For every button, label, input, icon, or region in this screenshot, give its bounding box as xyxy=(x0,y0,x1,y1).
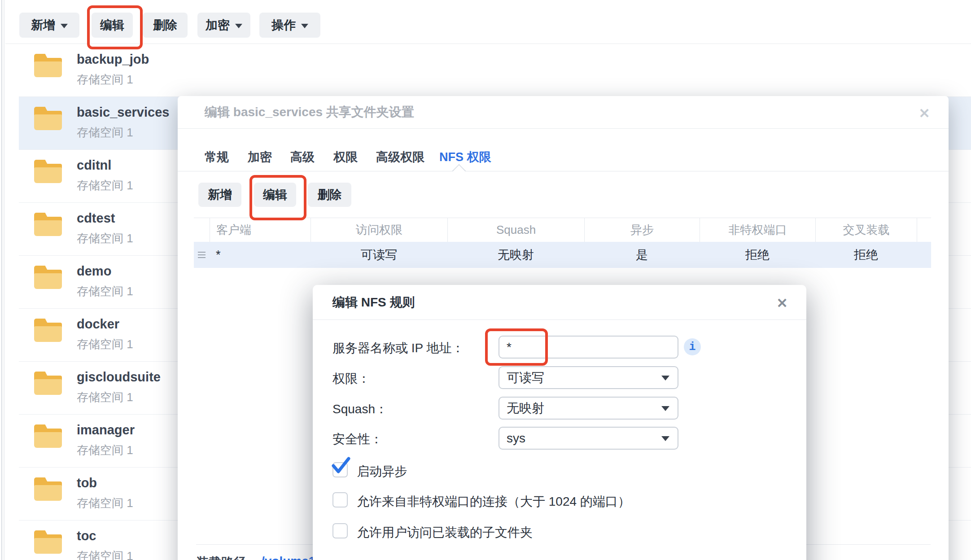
security-select-value: sys xyxy=(507,431,525,446)
folder-name: imanager xyxy=(77,423,135,438)
delete-button-label: 删除 xyxy=(153,17,177,33)
cell-extra xyxy=(917,242,931,268)
subfolder-access-checkbox[interactable] xyxy=(332,523,348,538)
col-client[interactable]: 客户端 xyxy=(210,218,311,242)
nfs-add-label: 新增 xyxy=(208,187,232,203)
col-crossmnt[interactable]: 交叉装载 xyxy=(815,218,917,242)
tab-nfs-permission[interactable]: NFS 权限 xyxy=(439,149,491,165)
drag-handle-icon[interactable] xyxy=(194,242,210,268)
cell-crossmnt: 拒绝 xyxy=(815,242,917,268)
folder-location: 存储空间 1 xyxy=(77,389,133,405)
cell-async: 是 xyxy=(584,242,700,268)
dropdown-caret-icon xyxy=(661,406,669,411)
folder-name: giscloudsuite xyxy=(77,370,161,385)
squash-select-value: 无映射 xyxy=(507,400,544,417)
nfs-add-button[interactable]: 新增 xyxy=(198,183,241,207)
folder-icon xyxy=(34,530,62,554)
security-select[interactable]: sys xyxy=(499,427,678,450)
folder-location: 存储空间 1 xyxy=(77,495,133,511)
nonpriv-port-checkbox[interactable] xyxy=(332,492,348,508)
col-extra xyxy=(917,218,931,242)
folder-name: cditnl xyxy=(77,158,111,173)
folder-name: backup_job xyxy=(77,52,149,67)
col-squash[interactable]: Squash xyxy=(447,218,584,242)
info-icon[interactable]: i xyxy=(684,338,701,355)
permission-label: 权限： xyxy=(332,370,370,387)
tab-permission[interactable]: 权限 xyxy=(333,149,358,165)
mount-path-label: 装载路径： xyxy=(196,554,259,560)
permission-select-value: 可读写 xyxy=(507,369,544,386)
folder-name: docker xyxy=(77,317,119,332)
folder-location: 存储空间 1 xyxy=(77,548,133,560)
nonpriv-port-checkbox-label[interactable]: 允许来自非特权端口的连接（大于 1024 的端口） xyxy=(357,493,630,510)
col-async[interactable]: 异步 xyxy=(584,218,700,242)
folder-icon xyxy=(34,477,62,501)
tab-advanced[interactable]: 高级 xyxy=(290,149,315,165)
security-label: 安全性： xyxy=(332,431,383,448)
encrypt-button-label: 加密 xyxy=(206,17,230,33)
col-access[interactable]: 访问权限 xyxy=(311,218,447,242)
folder-icon xyxy=(34,107,62,130)
permission-select[interactable]: 可读写 xyxy=(499,366,678,389)
add-button-label: 新增 xyxy=(31,17,55,33)
folder-icon xyxy=(34,213,62,236)
folder-name: cdtest xyxy=(77,211,115,226)
server-label: 服务器名称或 IP 地址： xyxy=(332,340,464,357)
nfs-edit-label: 编辑 xyxy=(263,187,287,203)
nfs-table-header: 客户端 访问权限 Squash 异步 非特权端口 交叉装载 xyxy=(194,218,931,242)
dropdown-caret-icon xyxy=(661,436,669,441)
cell-squash: 无映射 xyxy=(447,242,584,268)
modal-title: 编辑 NFS 规则 xyxy=(332,285,415,319)
folder-name: tob xyxy=(77,476,97,490)
cell-client: * xyxy=(210,242,311,268)
subfolder-access-checkbox-label[interactable]: 允许用户访问已装载的子文件夹 xyxy=(357,524,533,541)
folder-location: 存储空间 1 xyxy=(77,337,133,352)
folder-icon xyxy=(34,160,62,183)
server-input[interactable] xyxy=(499,336,678,359)
chevron-down-icon xyxy=(61,24,68,28)
nfs-rule-row[interactable]: * 可读写 无映射 是 拒绝 拒绝 xyxy=(194,242,931,268)
folder-icon xyxy=(34,54,62,77)
dialog-title: 编辑 basic_services 共享文件夹设置 xyxy=(205,96,414,128)
edit-button-label: 编辑 xyxy=(100,17,124,33)
edit-button[interactable]: 编辑 xyxy=(92,13,133,38)
nfs-delete-button[interactable]: 删除 xyxy=(308,183,351,207)
folder-name: demo xyxy=(77,264,111,279)
folder-location: 存储空间 1 xyxy=(77,231,133,246)
dialog-close-icon[interactable]: ✕ xyxy=(914,104,934,122)
nfs-delete-label: 删除 xyxy=(318,187,342,203)
dialog-header-divider xyxy=(178,128,949,129)
modal-header-divider xyxy=(313,319,806,320)
action-button[interactable]: 操作 xyxy=(259,13,320,38)
window-edge-line-2 xyxy=(4,0,4,560)
folder-row-backup_job[interactable]: backup_job 存储空间 1 xyxy=(19,44,971,97)
squash-select[interactable]: 无映射 xyxy=(499,397,678,420)
modal-close-icon[interactable]: ✕ xyxy=(772,294,792,312)
chevron-down-icon xyxy=(301,24,308,28)
encrypt-button[interactable]: 加密 xyxy=(197,13,250,38)
action-button-label: 操作 xyxy=(271,17,296,33)
tab-general[interactable]: 常规 xyxy=(205,149,229,165)
folder-name: toc xyxy=(77,529,96,543)
col-nonpriv-port[interactable]: 非特权端口 xyxy=(700,218,815,242)
async-checkbox-label[interactable]: 启动异步 xyxy=(357,463,407,480)
cell-access: 可读写 xyxy=(311,242,447,268)
folder-location: 存储空间 1 xyxy=(77,72,133,88)
folder-name: basic_services xyxy=(77,105,169,120)
folder-icon xyxy=(34,372,62,395)
active-tab-notch xyxy=(452,164,466,178)
folder-location: 存储空间 1 xyxy=(77,442,133,458)
nfs-rules-table: 客户端 访问权限 Squash 异步 非特权端口 交叉装载 * 可读写 无映射 … xyxy=(194,218,931,268)
delete-button[interactable]: 删除 xyxy=(143,13,188,38)
folder-icon xyxy=(34,424,62,448)
drag-column-header xyxy=(194,218,210,242)
add-button[interactable]: 新增 xyxy=(19,13,79,38)
tab-encrypt[interactable]: 加密 xyxy=(248,149,272,165)
dropdown-caret-icon xyxy=(661,376,669,381)
nfs-edit-button[interactable]: 编辑 xyxy=(254,183,296,207)
folder-location: 存储空间 1 xyxy=(77,178,133,193)
chevron-down-icon xyxy=(235,24,242,28)
async-checkbox[interactable] xyxy=(332,462,348,477)
squash-label: Squash： xyxy=(332,401,388,418)
tab-advanced-permission[interactable]: 高级权限 xyxy=(376,149,424,165)
